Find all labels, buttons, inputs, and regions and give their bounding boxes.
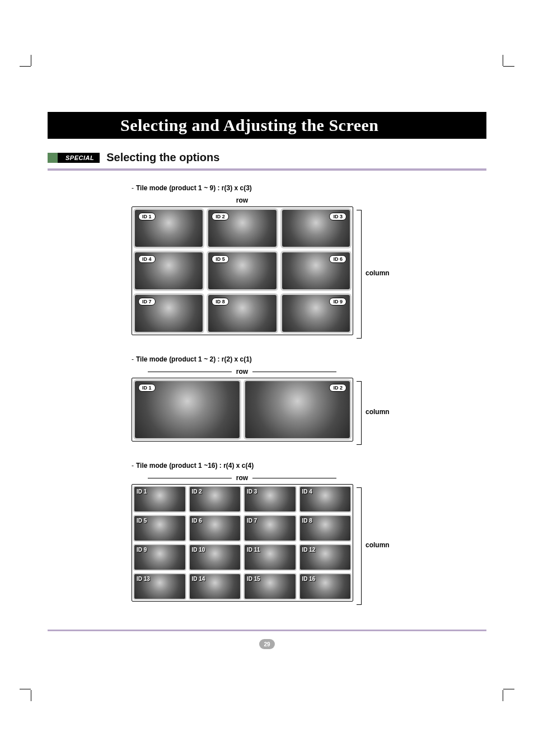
tile-id9: ID 9 [280, 293, 352, 334]
tile-id-label: ID 2 [212, 213, 229, 220]
tile-id1: ID 1 [133, 208, 204, 248]
tile-id6: ID 6 [189, 515, 242, 542]
tile-grid-2x1-wrap: row ID 1 ID 2 column [132, 368, 486, 442]
tile-id2: ID 2 [243, 379, 352, 440]
tile-id13: ID 13 [133, 573, 186, 600]
cropmark [503, 689, 514, 690]
tile-id7: ID 7 [243, 515, 297, 542]
tile-id-label: ID 5 [137, 518, 147, 524]
tile-id3: ID 3 [280, 208, 352, 248]
tile-id3: ID 3 [243, 486, 297, 513]
tile-id1: ID 1 [133, 379, 241, 440]
tile-id7: ID 7 [133, 293, 204, 334]
tile-id2: ID 2 [189, 486, 242, 513]
tile-id-label: ID 4 [302, 489, 312, 495]
tile-id-label: ID 1 [138, 384, 156, 392]
tile-id-label: ID 1 [137, 489, 147, 495]
tile-grid-4x4-wrap: row ID 1 ID 2 ID 3 ID 4 ID 5 ID 6 ID 7 I… [132, 474, 486, 602]
tile-id14: ID 14 [189, 573, 242, 600]
tile-id5: ID 5 [207, 251, 278, 291]
tile-id-label: ID 2 [192, 489, 202, 495]
tile-id6: ID 6 [280, 251, 352, 291]
tile-id-label: ID 6 [329, 255, 346, 263]
column-bracket [357, 487, 362, 605]
subheading: Selecting the options [106, 151, 219, 164]
tile-id10: ID 10 [189, 544, 242, 571]
tile-mode-caption-3x3: -Tile mode (product 1 ~ 9) : r(3) x c(3) [132, 184, 486, 192]
tile-id4: ID 4 [299, 486, 352, 513]
row-label: row [132, 474, 353, 482]
column-label: column [366, 408, 390, 416]
page: Selecting and Adjusting the Screen SPECI… [0, 0, 534, 756]
cropmark [491, 690, 503, 701]
column-bracket [357, 210, 362, 339]
tile-grid-3x3: ID 1 ID 2 ID 3 ID 4 ID 5 ID 6 ID 7 ID 8 … [132, 206, 353, 335]
tile-id1: ID 1 [133, 486, 186, 513]
tile-id-label: ID 8 [302, 518, 312, 524]
tile-id-label: ID 16 [302, 576, 316, 582]
tile-id-label: ID 9 [329, 298, 346, 306]
tile-id-label: ID 15 [247, 576, 260, 582]
tile-mode-caption-4x4: -Tile mode (product 1 ~16) : r(4) x c(4) [132, 462, 486, 469]
row-label: row [132, 368, 353, 375]
tile-id-label: ID 4 [138, 255, 156, 263]
tile-id-label: ID 5 [212, 255, 229, 263]
tile-id-label: ID 2 [329, 384, 346, 392]
tile-id-label: ID 6 [192, 518, 202, 524]
column-bracket [357, 381, 362, 445]
tile-id-label: ID 1 [138, 213, 156, 220]
tile-id12: ID 12 [299, 544, 352, 571]
tile-id2: ID 2 [207, 208, 278, 248]
tile-id-label: ID 12 [302, 547, 316, 553]
cropmark [20, 66, 31, 67]
cropmark [503, 66, 514, 67]
tile-id-label: ID 3 [247, 489, 257, 495]
cropmark [31, 55, 43, 66]
tile-grid-2x1: ID 1 ID 2 [132, 378, 353, 442]
tile-grid-4x4: ID 1 ID 2 ID 3 ID 4 ID 5 ID 6 ID 7 ID 8 … [132, 484, 353, 602]
tile-id-label: ID 10 [192, 547, 205, 553]
page-number: 29 [259, 639, 275, 649]
tile-id5: ID 5 [133, 515, 186, 542]
tile-id15: ID 15 [243, 573, 297, 600]
tile-id8: ID 8 [299, 515, 352, 542]
tile-id-label: ID 14 [192, 576, 205, 582]
divider [48, 168, 486, 171]
tile-id-label: ID 3 [329, 213, 346, 220]
tile-id9: ID 9 [133, 544, 186, 571]
footer-divider [48, 630, 486, 631]
column-label: column [366, 269, 390, 277]
tile-id-label: ID 9 [137, 547, 147, 553]
cropmark [20, 689, 31, 690]
page-title-bar: Selecting and Adjusting the Screen [48, 112, 486, 139]
title-lead-block [48, 112, 120, 139]
tile-id16: ID 16 [299, 573, 352, 600]
column-label: column [366, 541, 390, 549]
tile-id-label: ID 7 [247, 518, 257, 524]
tile-grid-3x3-wrap: row ID 1 ID 2 ID 3 ID 4 ID 5 ID 6 ID 7 I… [132, 196, 486, 335]
tile-id-label: ID 8 [212, 298, 229, 306]
tile-id-label: ID 11 [247, 547, 260, 553]
tile-mode-caption-2x1: -Tile mode (product 1 ~ 2) : r(2) x c(1) [132, 355, 486, 363]
subheading-row: SPECIAL Selecting the options [48, 151, 486, 164]
cropmark [31, 690, 43, 701]
tile-id4: ID 4 [133, 251, 204, 291]
special-badge: SPECIAL [48, 153, 100, 163]
page-title: Selecting and Adjusting the Screen [120, 116, 378, 135]
tile-id-label: ID 13 [137, 576, 150, 582]
tile-id-label: ID 7 [138, 298, 156, 306]
tile-id8: ID 8 [207, 293, 278, 334]
cropmark [491, 55, 503, 66]
tile-id11: ID 11 [243, 544, 297, 571]
row-label: row [132, 196, 353, 204]
